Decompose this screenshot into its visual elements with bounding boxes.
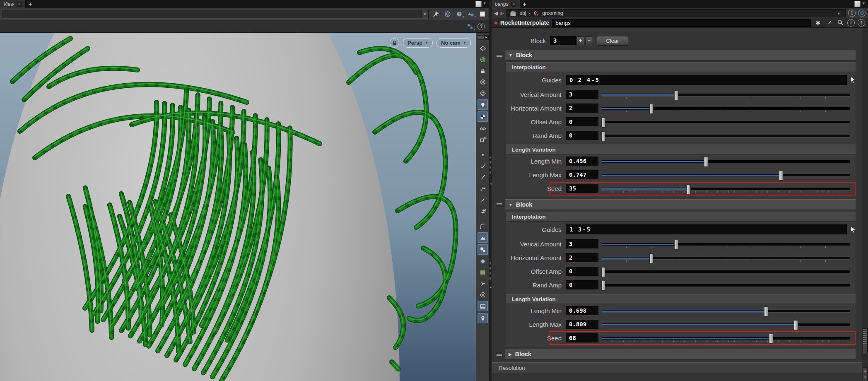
point-count-icon[interactable]: 12 bbox=[477, 183, 488, 193]
slider-handle[interactable] bbox=[649, 253, 653, 263]
pane-layout-menu-icon[interactable]: ▼ bbox=[862, 1, 866, 8]
slider-track[interactable] bbox=[601, 188, 850, 190]
check-display-icon[interactable] bbox=[477, 161, 488, 171]
breadcrumb-obj[interactable]: obj bbox=[519, 10, 526, 16]
headlight-icon[interactable] bbox=[477, 88, 488, 98]
image-icon[interactable] bbox=[477, 301, 488, 312]
splitter-grip[interactable] bbox=[489, 157, 491, 176]
wedge-count-icon[interactable]: 12 bbox=[477, 205, 488, 216]
param-value-field[interactable]: 35 bbox=[566, 184, 598, 193]
operation-combo[interactable]: ▼ bbox=[2, 10, 429, 19]
remove-block-button[interactable]: − bbox=[585, 36, 593, 45]
param-value-field[interactable]: 0 bbox=[566, 280, 598, 290]
param-slider[interactable] bbox=[601, 104, 850, 113]
slider-handle[interactable] bbox=[601, 131, 605, 141]
slider-handle[interactable] bbox=[601, 118, 605, 128]
scrollbar-thumb[interactable] bbox=[863, 328, 868, 354]
glasses-icon[interactable] bbox=[477, 123, 488, 133]
pane-layout-menu-icon[interactable]: ▼ bbox=[483, 1, 487, 8]
slider-track[interactable] bbox=[601, 107, 850, 110]
slider-track[interactable] bbox=[601, 243, 850, 246]
checker-sphere-icon[interactable] bbox=[477, 111, 488, 122]
persp-view-button[interactable]: Persp ▼ bbox=[403, 38, 433, 48]
gear-icon[interactable]: ✱ bbox=[814, 19, 822, 26]
tab-close-icon[interactable]: x bbox=[511, 2, 516, 7]
slider-handle[interactable] bbox=[649, 104, 653, 114]
pane-layout-icon[interactable] bbox=[854, 1, 861, 7]
tab-add-button[interactable]: + bbox=[26, 0, 35, 8]
no-lighting-icon[interactable] bbox=[477, 77, 488, 87]
block-drag-grip-icon[interactable] bbox=[497, 203, 502, 206]
param-slider[interactable] bbox=[601, 267, 850, 276]
info-icon[interactable]: i bbox=[847, 19, 855, 27]
needle-icon[interactable] bbox=[477, 172, 488, 182]
slider-track[interactable] bbox=[601, 121, 850, 124]
corner-handle-icon[interactable] bbox=[477, 221, 488, 231]
slider-handle[interactable] bbox=[704, 157, 708, 167]
block-header-band[interactable]: ▼Block bbox=[505, 50, 856, 60]
location-pin-icon[interactable] bbox=[477, 313, 488, 324]
param-value-field[interactable]: 68 bbox=[566, 333, 598, 343]
param-slider[interactable] bbox=[601, 157, 850, 166]
shapes-icon[interactable]: ▾ bbox=[467, 10, 475, 18]
slider-handle[interactable] bbox=[601, 281, 605, 291]
slider-handle[interactable] bbox=[674, 240, 678, 250]
jump-target-icon[interactable] bbox=[444, 10, 452, 18]
slider-handle[interactable] bbox=[764, 306, 768, 316]
cube-icon[interactable]: ▾ bbox=[455, 10, 463, 18]
add-block-button[interactable]: + bbox=[576, 36, 584, 45]
point-display-icon[interactable] bbox=[477, 150, 488, 160]
circle-lines-icon[interactable] bbox=[477, 289, 488, 300]
param-value-field[interactable]: 2 bbox=[566, 104, 598, 113]
param-value-field[interactable]: 0 bbox=[566, 131, 598, 140]
param-slider[interactable] bbox=[601, 281, 850, 290]
tab-bangs[interactable]: bangs x bbox=[492, 0, 520, 8]
param-slider[interactable] bbox=[601, 306, 850, 316]
param-value-field[interactable]: 2 bbox=[566, 253, 598, 263]
multiparm-count-field[interactable]: 3 bbox=[550, 36, 576, 46]
path-dropdown-icon[interactable]: ▼ bbox=[837, 12, 841, 16]
clear-blocks-button[interactable]: Clear bbox=[597, 36, 628, 46]
param-slider[interactable] bbox=[601, 184, 850, 193]
reselect-arrow-icon[interactable] bbox=[849, 76, 857, 84]
block-header-band[interactable]: ▼Block bbox=[505, 199, 856, 210]
slider-track[interactable] bbox=[601, 174, 850, 177]
scroll-down-icon[interactable]: ▼ bbox=[863, 374, 868, 381]
follow-badge[interactable]: 1 bbox=[848, 10, 856, 17]
slider-handle[interactable] bbox=[674, 90, 678, 100]
camera-select-button[interactable]: No cam ▼ bbox=[436, 38, 471, 48]
view-lock-icon[interactable] bbox=[477, 65, 488, 76]
pane-layout-icon[interactable] bbox=[475, 1, 482, 7]
forward-arrow-icon[interactable]: ▶ bbox=[500, 10, 504, 16]
path-breadcrumb[interactable]: obj › grooming ▼ bbox=[506, 9, 846, 17]
blue-diamond-icon[interactable] bbox=[477, 256, 488, 266]
param-value-field[interactable]: 0.747 bbox=[566, 170, 598, 180]
slider-track[interactable] bbox=[601, 160, 850, 163]
pushpin-icon[interactable] bbox=[432, 10, 440, 18]
slider-handle[interactable] bbox=[769, 334, 773, 344]
param-value-field[interactable]: 0.456 bbox=[566, 157, 598, 166]
param-slider[interactable] bbox=[601, 320, 850, 329]
viewport-3d[interactable]: Persp ▼ No cam ▼ ► 1212 bbox=[0, 33, 489, 381]
view-lock-button[interactable] bbox=[390, 38, 399, 48]
tab-add-button[interactable]: + bbox=[520, 0, 529, 8]
param-value-field[interactable]: 0.698 bbox=[566, 306, 598, 316]
splitter-grip[interactable] bbox=[489, 261, 491, 280]
param-slider[interactable] bbox=[601, 90, 850, 99]
export-box-icon[interactable] bbox=[477, 134, 488, 145]
view-diamond-icon[interactable] bbox=[477, 43, 488, 53]
slider-track[interactable] bbox=[601, 323, 850, 326]
slider-handle[interactable] bbox=[779, 171, 783, 181]
collapsed-triangle-icon[interactable]: ▶ bbox=[509, 352, 512, 357]
param-slider[interactable] bbox=[601, 131, 850, 140]
tab-close-icon[interactable]: x bbox=[17, 2, 22, 7]
brush-icon[interactable] bbox=[825, 19, 833, 27]
guides-pattern-field[interactable]: 0 2 4-5 bbox=[566, 75, 847, 85]
breadcrumb-grooming[interactable]: grooming bbox=[542, 10, 563, 16]
param-value-field[interactable]: 0.809 bbox=[566, 320, 598, 329]
slider-track[interactable] bbox=[601, 135, 850, 137]
slider-handle[interactable] bbox=[794, 320, 798, 330]
param-value-field[interactable]: 3 bbox=[566, 90, 598, 99]
green-frame-icon[interactable] bbox=[477, 267, 488, 277]
link-target-icon[interactable] bbox=[858, 10, 866, 17]
